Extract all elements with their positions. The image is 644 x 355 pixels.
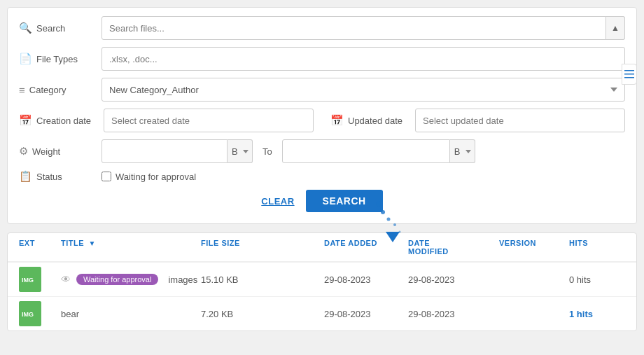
calendar-icon-updated: 📅	[330, 114, 344, 127]
svg-point-5	[387, 218, 391, 221]
eye-off-icon-1: 👁	[61, 274, 71, 285]
category-row: ≡ Category New Category_Author	[19, 78, 625, 102]
svg-rect-0	[624, 70, 634, 71]
cell-hits-2: 1 hits	[569, 309, 625, 319]
search-panel: 🔍 Search ▲ 📄 File Types ≡ Category New	[7, 7, 637, 224]
cell-ext-2: IMG	[19, 301, 61, 326]
cell-ext-1: IMG	[19, 267, 61, 292]
updated-date-label: Updated date	[348, 116, 411, 126]
table-header: EXT TITLE ▼ FILE SIZE DATE ADDED DATEMOD…	[8, 233, 636, 263]
col-hits: HITS	[569, 239, 625, 256]
results-table: EXT TITLE ▼ FILE SIZE DATE ADDED DATEMOD…	[7, 232, 637, 331]
dates-row: 📅 Creation date 📅 Updated date	[19, 109, 625, 132]
weight-icon: ⚙	[19, 145, 28, 158]
creation-date-group: 📅 Creation date	[19, 109, 314, 132]
category-select[interactable]: New Category_Author	[102, 78, 625, 102]
category-label: ≡ Category	[19, 84, 96, 96]
badge-waiting-1: Waiting for approval	[76, 274, 158, 285]
creation-date-input[interactable]	[104, 109, 314, 132]
calendar-icon-creation: 📅	[19, 114, 32, 127]
weight-from-group: B	[102, 139, 253, 163]
status-icon: 📋	[19, 170, 32, 183]
col-ext: EXT	[19, 239, 61, 256]
to-label: To	[262, 146, 272, 157]
category-icon: ≡	[19, 84, 25, 96]
waiting-approval-checkbox[interactable]	[102, 172, 111, 181]
updated-date-group: 📅 Updated date	[330, 109, 625, 132]
weight-to-group: B	[282, 139, 475, 163]
search-input-wrapper: ▲	[102, 16, 625, 40]
file-icon-1: IMG	[19, 267, 41, 292]
file-types-row: 📄 File Types	[19, 47, 625, 71]
status-row: 📋 Status Waiting for approval	[19, 170, 625, 183]
table-row: IMG 👁 Waiting for approval images 15.10 …	[8, 263, 636, 297]
search-label: 🔍 Search	[19, 22, 96, 34]
weight-label: ⚙ Weight	[19, 145, 96, 158]
col-version: VERSION	[499, 239, 569, 256]
cell-hits-1: 0 hits	[569, 274, 625, 285]
svg-rect-1	[624, 74, 634, 75]
weight-row: ⚙ Weight B To B	[19, 139, 625, 163]
col-filesize: FILE SIZE	[201, 239, 324, 256]
table-row: IMG bear 7.20 KB 29-08-2023 29-08-2023 1…	[8, 297, 636, 330]
cell-title-2: bear	[61, 309, 201, 319]
weight-from-input[interactable]	[102, 139, 227, 163]
creation-date-label: Creation date	[36, 116, 99, 126]
search-row: 🔍 Search ▲	[19, 16, 625, 40]
filter-toggle-button[interactable]	[622, 64, 637, 85]
search-button[interactable]: SEARCH	[306, 190, 383, 212]
search-icon: 🔍	[19, 22, 32, 34]
svg-rect-2	[624, 77, 634, 78]
file-types-input[interactable]	[102, 47, 625, 71]
cell-date-added-1: 29-08-2023	[324, 274, 408, 285]
title-text-2: bear	[61, 309, 79, 319]
svg-point-6	[393, 223, 396, 226]
file-icon: 📄	[19, 53, 32, 65]
title-text-1: images	[168, 274, 197, 285]
waiting-approval-checkbox-label[interactable]: Waiting for approval	[102, 172, 196, 182]
cell-date-modified-1: 29-08-2023	[408, 274, 499, 285]
svg-text:IMG: IMG	[22, 311, 34, 318]
cell-date-modified-2: 29-08-2023	[408, 309, 499, 319]
actions-row: CLEAR SEARCH	[19, 190, 625, 212]
svg-text:IMG: IMG	[22, 277, 34, 284]
weight-from-unit[interactable]: B	[227, 139, 253, 163]
updated-date-input[interactable]	[415, 109, 625, 132]
main-container: 🔍 Search ▲ 📄 File Types ≡ Category New	[0, 0, 644, 338]
col-date-modified: DATEMODIFIED	[408, 239, 499, 256]
status-label: 📋 Status	[19, 170, 96, 183]
cell-title-1: 👁 Waiting for approval images	[61, 274, 201, 285]
file-types-label: 📄 File Types	[19, 53, 96, 65]
clear-button[interactable]: CLEAR	[261, 196, 294, 207]
cell-filesize-2: 7.20 KB	[201, 309, 324, 319]
search-dropdown-button[interactable]: ▲	[606, 16, 625, 40]
col-date-added: DATE ADDED	[324, 239, 408, 256]
sort-arrow: ▼	[89, 239, 96, 247]
file-icon-2: IMG	[19, 301, 41, 326]
col-title[interactable]: TITLE ▼	[61, 239, 201, 256]
cell-date-added-2: 29-08-2023	[324, 309, 408, 319]
search-input[interactable]	[102, 16, 625, 40]
weight-to-unit[interactable]: B	[450, 139, 475, 163]
weight-to-input[interactable]	[282, 139, 450, 163]
cell-filesize-1: 15.10 KB	[201, 274, 324, 285]
